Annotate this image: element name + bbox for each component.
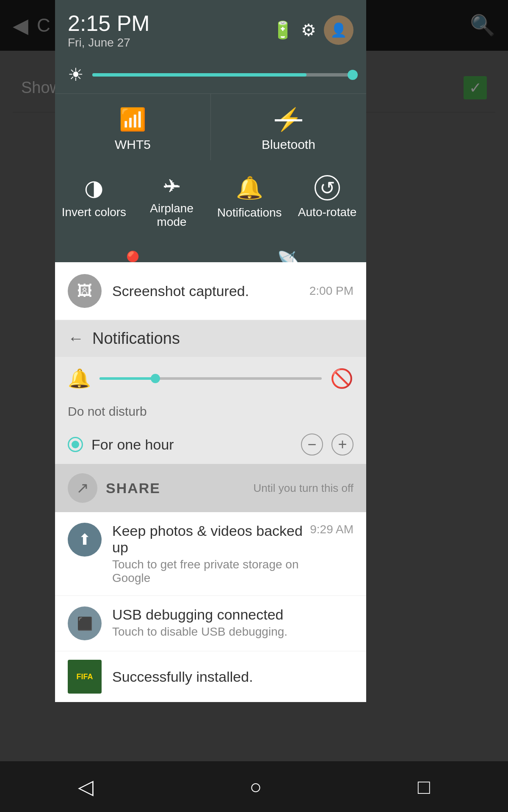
screenshot-time: 2:00 PM xyxy=(309,284,353,298)
dnd-header: ← Notifications xyxy=(55,320,366,357)
auto-rotate-label: Auto-rotate xyxy=(298,206,357,219)
bg-title: C xyxy=(37,15,50,36)
notifications-toggle[interactable]: 🔔 Notifications xyxy=(211,165,289,239)
notifications-icon: 🔔 xyxy=(236,175,263,201)
dnd-back-icon[interactable]: ← xyxy=(68,329,84,348)
show-in-qu-checkbox[interactable]: ✓ xyxy=(464,76,487,99)
backup-body: Keep photos & videos backed up Touch to … xyxy=(112,523,310,585)
recents-nav-icon[interactable]: □ xyxy=(418,775,430,798)
screenshot-notification[interactable]: 🖼 Screenshot captured. 2:00 PM xyxy=(55,262,366,320)
usb-icon: ⬛ xyxy=(77,616,93,631)
airplane-mode-icon: ✈ xyxy=(164,175,179,197)
settings-icon[interactable]: ⚙ xyxy=(301,20,316,40)
invert-colors-icon: ◑ xyxy=(84,175,103,200)
until-text: Until you turn this off xyxy=(253,482,353,495)
avatar[interactable]: 👤 xyxy=(324,15,353,45)
usb-body: USB debugging connected Touch to disable… xyxy=(112,606,353,639)
dnd-disturb-label: Do not disturb xyxy=(55,400,366,425)
usb-title: USB debugging connected xyxy=(112,606,353,623)
status-time: 2:15 PM Fri, June 27 xyxy=(68,11,150,49)
share-panel[interactable]: ↗ SHARE Until you turn this off xyxy=(55,464,366,512)
wifi-label: WHT5 xyxy=(115,137,151,152)
dnd-plus-button[interactable]: + xyxy=(331,433,353,455)
dnd-slider-fill xyxy=(99,377,155,380)
screenshot-icon-circle: 🖼 xyxy=(68,274,102,308)
screenshot-title: Screenshot captured. xyxy=(112,283,249,299)
brightness-icon: ☀ xyxy=(68,64,84,85)
usb-notification[interactable]: ⬛ USB debugging connected Touch to disab… xyxy=(55,596,366,651)
backup-icon-circle: ⬆ xyxy=(68,523,102,557)
airplane-mode-toggle[interactable]: ✈ Airplane mode xyxy=(133,165,211,239)
wifi-toggle[interactable]: 📶 WHT5 xyxy=(55,93,211,160)
brightness-fill xyxy=(92,73,306,77)
dnd-panel: ← Notifications 🔔 🚫 Do not disturb For o… xyxy=(55,320,366,464)
screenshot-content: Screenshot captured. xyxy=(112,283,309,299)
dnd-title: Notifications xyxy=(92,329,180,348)
backup-subtitle: Touch to get free private storage on Goo… xyxy=(112,558,310,585)
screenshot-icon: 🖼 xyxy=(77,282,92,300)
auto-rotate-toggle[interactable]: ↺ Auto-rotate xyxy=(288,165,366,239)
dnd-volume-slider[interactable] xyxy=(99,377,322,380)
bluetooth-toggle[interactable]: ⚡ Bluetooth xyxy=(211,93,366,160)
fifa-notification[interactable]: FIFA Successfully installed. xyxy=(55,651,366,702)
status-bar: 2:15 PM Fri, June 27 🔋 ⚙ 👤 xyxy=(55,0,366,56)
quick-toggles: 📶 WHT5 ⚡ Bluetooth xyxy=(55,93,366,160)
bluetooth-label: Bluetooth xyxy=(262,137,315,152)
dnd-block-icon: 🚫 xyxy=(330,368,353,390)
nav-bar: ◁ ○ □ xyxy=(0,761,508,812)
dnd-slider-thumb xyxy=(151,374,160,383)
bg-back-icon[interactable]: ◀ xyxy=(13,14,28,37)
invert-colors-toggle[interactable]: ◑ Invert colors xyxy=(55,165,133,239)
fifa-title: Successfully installed. xyxy=(112,669,353,685)
dnd-bell-icon: 🔔 xyxy=(68,368,91,390)
share-icon: ↗ xyxy=(76,479,89,497)
home-nav-icon[interactable]: ○ xyxy=(249,775,262,798)
share-label: SHARE xyxy=(106,480,160,497)
dnd-volume-row: 🔔 🚫 xyxy=(55,357,366,400)
dnd-radio-inner xyxy=(72,441,79,448)
usb-subtitle: Touch to disable USB debugging. xyxy=(112,625,353,639)
fifa-thumb: FIFA xyxy=(68,660,102,694)
current-date: Fri, June 27 xyxy=(68,36,150,49)
backup-title: Keep photos & videos backed up xyxy=(112,523,310,556)
bluetooth-icon: ⚡ xyxy=(275,107,302,132)
wifi-icon: 📶 xyxy=(119,107,146,132)
status-icons: 🔋 ⚙ 👤 xyxy=(272,15,353,45)
brightness-slider[interactable] xyxy=(92,73,353,77)
dnd-for-one-hour-label: For one hour xyxy=(91,436,293,453)
notifications-label: Notifications xyxy=(217,206,282,219)
brightness-thumb xyxy=(348,70,358,80)
current-time: 2:15 PM xyxy=(68,11,150,36)
dnd-option-row[interactable]: For one hour − + xyxy=(55,425,366,464)
invert-colors-label: Invert colors xyxy=(62,206,127,219)
backup-notification[interactable]: ⬆ Keep photos & videos backed up Touch t… xyxy=(55,512,366,596)
dnd-radio-button[interactable] xyxy=(68,437,83,452)
bg-search-icon[interactable]: 🔍 xyxy=(470,14,495,37)
brightness-bar: ☀ xyxy=(55,56,366,93)
backup-icon: ⬆ xyxy=(78,531,91,549)
fifa-body: Successfully installed. xyxy=(112,669,353,685)
auto-rotate-icon: ↺ xyxy=(315,175,340,200)
back-nav-icon[interactable]: ◁ xyxy=(78,775,94,798)
share-icon-circle: ↗ xyxy=(68,473,97,503)
notifications-panel: 🖼 Screenshot captured. 2:00 PM ← Notific… xyxy=(55,262,366,702)
airplane-mode-label: Airplane mode xyxy=(137,202,207,229)
backup-time: 9:29 AM xyxy=(310,523,353,536)
usb-icon-circle: ⬛ xyxy=(68,606,102,640)
dnd-minus-button[interactable]: − xyxy=(301,433,323,455)
battery-icon: 🔋 xyxy=(272,20,293,40)
